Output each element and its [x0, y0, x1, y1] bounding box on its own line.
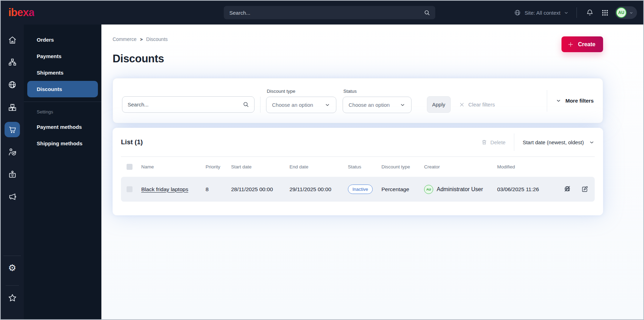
search-icon — [243, 101, 249, 108]
chevron-down-icon — [324, 102, 330, 108]
col-creator: Creator — [424, 164, 497, 169]
cell-start-date: 28/11/2025 00:00 — [231, 186, 289, 193]
avatar: AU — [616, 7, 627, 18]
topbar-right-group: Site: All context AU — [514, 6, 637, 19]
list-header-divider — [514, 133, 514, 151]
nav-marketing[interactable] — [5, 189, 20, 204]
delete-label: Delete — [491, 139, 506, 145]
site-globe-cursor-icon — [8, 80, 17, 90]
nav-content-tree[interactable] — [5, 55, 20, 70]
notifications-button[interactable] — [585, 7, 595, 18]
sidebar-divider — [24, 102, 101, 102]
cell-creator: AU Administrator User — [424, 185, 497, 194]
chevron-down-icon — [629, 11, 634, 15]
more-filters-label: More filters — [565, 98, 594, 104]
select-all-checkbox[interactable] — [127, 164, 133, 170]
site-context-label: Site: All context — [524, 10, 560, 16]
sidebar-item-discounts[interactable]: Discounts — [27, 81, 98, 97]
corporate-badge-icon — [8, 170, 17, 179]
nav-products[interactable] — [5, 99, 20, 115]
preview-disabled-icon[interactable] — [564, 185, 572, 193]
sidebar-section-settings: Settings — [27, 107, 98, 117]
cell-discount-type: Percentage — [381, 186, 424, 193]
breadcrumb-commerce[interactable]: Commerce — [113, 36, 136, 42]
apply-button[interactable]: Apply — [427, 96, 451, 113]
chevron-down-icon — [564, 10, 569, 15]
nav-home[interactable] — [5, 32, 20, 48]
col-start-date: Start date — [231, 164, 289, 169]
filter-status: Status Choose an option — [343, 89, 412, 113]
clear-filters-label: Clear filters — [468, 102, 495, 107]
breadcrumb-discounts[interactable]: Discounts — [146, 36, 167, 42]
cell-modified: 03/06/2025 11:26 — [497, 186, 560, 193]
cell-priority: 8 — [206, 186, 231, 193]
app-window: ibexa Site: All context — [0, 0, 644, 320]
create-button-label: Create — [578, 41, 595, 48]
app-launcher-button[interactable] — [600, 8, 610, 18]
discount-name-link[interactable]: Black friday laptops — [141, 186, 188, 192]
filter-divider — [260, 97, 260, 113]
nav-customers[interactable] — [5, 144, 20, 160]
sidebar-item-shipments[interactable]: Shipments — [27, 64, 98, 81]
creator-name: Administrator User — [437, 186, 483, 193]
delete-button[interactable]: Delete — [481, 139, 506, 145]
main-content: Commerce > Discounts Discounts Create — [101, 25, 643, 319]
global-search[interactable] — [224, 6, 435, 19]
row-checkbox[interactable] — [127, 186, 133, 192]
nav-commerce[interactable] — [5, 122, 20, 137]
marketing-megaphone-icon — [8, 192, 17, 202]
sidebar-item-payments[interactable]: Payments — [27, 48, 98, 64]
nav-icon-rail: ⚙ — [1, 25, 24, 319]
list-search[interactable] — [122, 96, 255, 113]
sidebar-item-orders[interactable]: Orders — [27, 32, 98, 48]
commerce-cart-icon — [8, 125, 17, 134]
nav-admin-settings[interactable]: ⚙ — [5, 260, 20, 276]
more-filters-button[interactable]: More filters — [556, 98, 594, 104]
star-icon — [8, 293, 17, 302]
gear-icon: ⚙ — [8, 263, 16, 272]
topbar-divider — [577, 7, 577, 18]
plus-icon — [567, 41, 574, 48]
ibexa-logo[interactable]: ibexa — [8, 6, 34, 19]
nav-corporate[interactable] — [5, 167, 20, 182]
col-name: Name — [141, 164, 206, 169]
rail-divider — [3, 256, 21, 256]
chevron-down-icon — [589, 139, 595, 145]
cell-end-date: 29/11/2025 00:00 — [289, 186, 348, 193]
global-search-input[interactable] — [229, 10, 424, 16]
bell-icon — [586, 9, 594, 16]
create-button[interactable]: Create — [561, 36, 603, 52]
site-context-selector[interactable]: Site: All context — [514, 9, 569, 16]
clear-filters-button[interactable]: Clear filters — [459, 102, 495, 107]
row-actions — [560, 185, 595, 193]
filter-discount-type: Discount type Choose an option — [266, 89, 336, 113]
page-title: Discounts — [113, 53, 168, 65]
home-icon — [8, 35, 17, 45]
sidebar-item-shipping-methods[interactable]: Shipping methods — [27, 135, 98, 152]
chevron-down-icon — [400, 102, 406, 108]
breadcrumb-separator: > — [140, 37, 143, 42]
status-select[interactable]: Choose an option — [343, 97, 412, 113]
status-value: Choose an option — [349, 102, 390, 108]
col-modified: Modified — [497, 164, 560, 169]
status-label: Status — [343, 89, 412, 94]
nav-site[interactable] — [5, 77, 20, 92]
customers-target-icon — [8, 147, 17, 157]
filter-tall-divider — [547, 90, 547, 112]
list-search-input[interactable] — [128, 102, 243, 107]
breadcrumb: Commerce > Discounts — [113, 35, 168, 42]
search-icon[interactable] — [424, 9, 430, 16]
sort-selector[interactable]: Start date (newest, oldest) — [523, 139, 595, 145]
discount-type-select[interactable]: Choose an option — [266, 97, 336, 113]
app-grid-icon — [601, 9, 609, 16]
page-header: Commerce > Discounts Discounts Create — [113, 35, 603, 65]
user-menu[interactable]: AU — [615, 6, 637, 19]
sidebar-item-payment-methods[interactable]: Payment methods — [27, 119, 98, 135]
filters-bar: Discount type Choose an option Status Ch… — [113, 78, 603, 123]
chevron-down-icon — [556, 98, 561, 104]
list-header: List (1) Delete Start date (newest, olde… — [121, 128, 595, 156]
commerce-sidebar: Orders Payments Shipments Discounts Sett… — [24, 25, 101, 319]
nav-bookmarks[interactable] — [5, 290, 20, 305]
col-status: Status — [348, 164, 381, 169]
edit-icon[interactable] — [581, 185, 589, 193]
